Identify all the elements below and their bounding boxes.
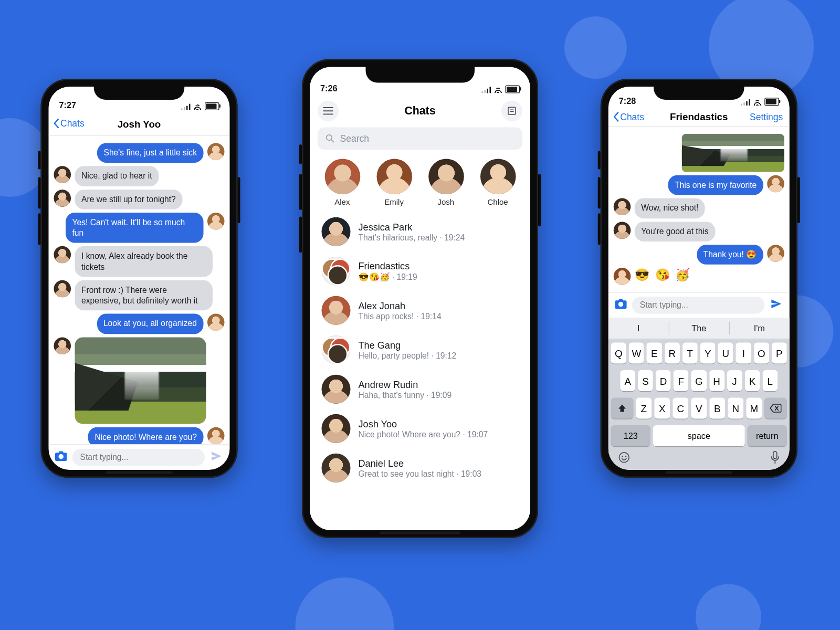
letter-key[interactable]: T [682, 343, 698, 364]
message-input[interactable] [632, 297, 765, 314]
letter-key[interactable]: J [727, 370, 742, 391]
message-in[interactable]: I know, Alex already book the tickets [54, 246, 225, 277]
camera-button[interactable] [615, 299, 627, 312]
home-indicator[interactable] [380, 532, 460, 534]
avatar-contact [322, 454, 351, 482]
message-photo[interactable] [682, 134, 784, 172]
letter-key[interactable]: E [647, 343, 662, 364]
letter-key[interactable]: D [656, 370, 671, 391]
numbers-key[interactable]: 123 [611, 425, 650, 446]
message-out[interactable]: Thank you! 😍 [614, 245, 784, 265]
message-out[interactable]: This one is my favorite [614, 175, 784, 195]
chat-item[interactable]: Jessica ParkThat's hilarious, really · 1… [311, 212, 529, 251]
chat-item[interactable]: Alex JonahThis app rocks! · 19:14 [311, 291, 529, 330]
letter-key[interactable]: M [746, 398, 762, 419]
message-in[interactable]: Nice, glad to hear it [54, 166, 225, 186]
chat-list[interactable]: Jessica ParkThat's hilarious, really · 1… [310, 212, 530, 488]
shift-key[interactable] [611, 398, 634, 419]
message-out[interactable]: Yes! Can't wait. It'll be so much fun [54, 213, 225, 243]
avatar-contact [54, 166, 71, 184]
letter-key[interactable]: H [709, 370, 724, 391]
avatar-contact [54, 246, 71, 264]
prediction[interactable]: I [608, 318, 669, 339]
letter-key[interactable]: A [620, 370, 635, 391]
chat-item[interactable]: Andrew RudinHaha, that's funny · 19:09 [311, 370, 529, 409]
keyboard[interactable]: I The I'm QWERTYUIOP ASDFGHJKL ZXCVBNM 1… [608, 318, 790, 470]
avatar-me [767, 245, 784, 262]
chat-meta: Josh YooNice photo! Where are you? · 19:… [359, 418, 519, 439]
letter-key[interactable]: U [718, 343, 733, 364]
back-button[interactable]: Chats [52, 112, 85, 135]
letter-key[interactable]: P [772, 343, 787, 364]
message-out-photo[interactable] [614, 134, 784, 172]
message-in[interactable]: Are we still up for tonight? [54, 190, 225, 209]
home-indicator[interactable] [106, 471, 173, 474]
letter-key[interactable]: Y [700, 343, 716, 364]
message-bubble: You're good at this [635, 222, 715, 242]
emoji-key[interactable] [617, 451, 631, 466]
letter-key[interactable]: K [744, 370, 760, 391]
letter-key[interactable]: X [654, 398, 670, 419]
send-button[interactable] [770, 297, 783, 313]
send-button[interactable] [210, 449, 223, 465]
backspace-key[interactable] [764, 398, 787, 419]
cellular-icon [181, 104, 191, 111]
keyboard-predictions: I The I'm [608, 318, 790, 339]
chat-preview: 😎😘🥳 · 19:19 [359, 272, 519, 282]
message-in[interactable]: Front row :) There were expensive, but d… [54, 280, 225, 310]
letter-key[interactable]: O [754, 343, 769, 364]
story-label: Emily [376, 197, 412, 207]
letter-key[interactable]: Q [611, 343, 626, 364]
letter-key[interactable]: N [728, 398, 743, 419]
back-button[interactable]: Chats [612, 107, 644, 126]
message-thread[interactable]: This one is my favorite Wow, nice shot! … [608, 127, 790, 292]
letter-key[interactable]: S [638, 370, 653, 391]
story-item[interactable]: Chloe [480, 159, 516, 207]
letter-key[interactable]: R [665, 343, 680, 364]
message-emoji: 😎 😘 🥳 [635, 268, 691, 283]
camera-icon [55, 451, 67, 461]
search-field[interactable]: Search [318, 128, 522, 150]
camera-button[interactable] [55, 451, 67, 464]
group-avatar [322, 257, 351, 286]
letter-key[interactable]: L [762, 370, 778, 391]
letter-key[interactable]: V [691, 398, 707, 419]
message-input[interactable] [72, 449, 205, 466]
message-out[interactable]: Look at you, all organized [54, 314, 225, 334]
chat-item[interactable]: The GangHello, party people! · 19:12 [311, 330, 529, 370]
chat-preview: This app rocks! · 19:14 [359, 311, 519, 321]
message-in[interactable]: Wow, nice shot! [614, 198, 784, 218]
message-in[interactable]: You're good at this [614, 222, 784, 242]
avatar-contact [614, 198, 631, 216]
message-in-photo[interactable] [54, 337, 225, 424]
message-in-emoji[interactable]: 😎 😘 🥳 [614, 268, 784, 285]
letter-key[interactable]: W [629, 343, 644, 364]
return-key[interactable]: return [748, 425, 787, 446]
chat-item[interactable]: Friendastics😎😘🥳 · 19:19 [311, 251, 529, 291]
letter-key[interactable]: B [709, 398, 725, 419]
home-indicator[interactable] [666, 471, 733, 474]
compose-button[interactable] [501, 100, 522, 121]
letter-key[interactable]: I [736, 343, 751, 364]
letter-key[interactable]: Z [636, 398, 652, 419]
chat-item[interactable]: Daniel LeeGreat to see you last night · … [311, 448, 529, 488]
message-bubble: Wow, nice shot! [635, 198, 705, 218]
story-item[interactable]: Alex [324, 159, 360, 207]
letter-key[interactable]: G [691, 370, 707, 391]
prediction[interactable]: I'm [729, 318, 790, 339]
message-thread[interactable]: She's fine, just a little sick Nice, gla… [49, 136, 230, 445]
letter-key[interactable]: F [674, 370, 689, 391]
prediction[interactable]: The [669, 318, 729, 339]
story-item[interactable]: Josh [428, 159, 464, 207]
space-key[interactable]: space [653, 425, 745, 446]
dictation-key[interactable] [770, 451, 780, 466]
chat-item[interactable]: Josh YooNice photo! Where are you? · 19:… [311, 409, 529, 448]
chevron-left-icon [52, 118, 60, 129]
message-out[interactable]: Nice photo! Where are you? [54, 427, 225, 444]
settings-button[interactable]: Settings [750, 107, 783, 126]
message-photo[interactable] [75, 337, 206, 424]
message-out[interactable]: She's fine, just a little sick [54, 143, 225, 163]
menu-button[interactable] [318, 100, 339, 121]
letter-key[interactable]: C [673, 398, 688, 419]
story-item[interactable]: Emily [376, 159, 412, 207]
